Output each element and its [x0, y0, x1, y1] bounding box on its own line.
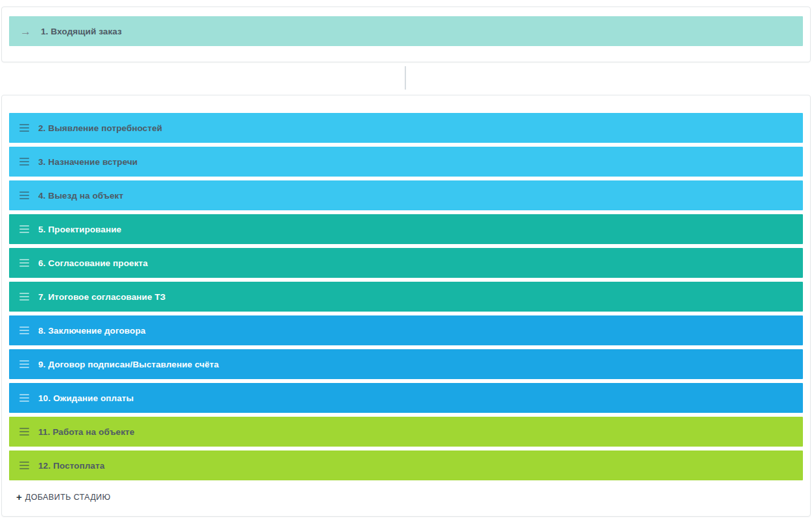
drag-handle-icon[interactable] [19, 293, 29, 301]
stage-row[interactable]: 8. Заключение договора [9, 315, 803, 345]
drag-handle-icon[interactable] [19, 225, 29, 233]
start-stage-card: → 1. Входящий заказ [1, 6, 811, 62]
stage-label: 2. Выявление потребностей [38, 123, 162, 133]
drag-handle-icon[interactable] [19, 360, 29, 368]
stage-row[interactable]: 11. Работа на объекте [9, 417, 803, 447]
stage-label: 7. Итоговое согласование ТЗ [38, 292, 165, 302]
card-connector [0, 62, 812, 95]
stage-label: 6. Согласование проекта [38, 258, 148, 268]
stage-label: 5. Проектирование [38, 225, 121, 234]
stage-row[interactable]: 9. Договор подписан/Выставление счёта [9, 349, 803, 379]
stage-row[interactable]: 7. Итоговое согласование ТЗ [9, 282, 803, 312]
add-stage-button[interactable]: + ДОБАВИТЬ СТАДИЮ [12, 491, 115, 503]
stage-label: 10. Ожидание оплаты [38, 393, 134, 403]
stage-row[interactable]: 3. Назначение встречи [9, 147, 803, 177]
drag-handle-icon[interactable] [19, 158, 29, 166]
add-stage-label: ДОБАВИТЬ СТАДИЮ [25, 493, 111, 502]
drag-handle-icon[interactable] [19, 327, 29, 334]
plus-icon: + [16, 491, 22, 502]
drag-handle-icon[interactable] [19, 124, 29, 132]
stage-label: 4. Выезд на объект [38, 191, 123, 201]
connector-line [405, 66, 406, 90]
stage-row[interactable]: 5. Проектирование [9, 214, 803, 244]
stage-row[interactable]: 10. Ожидание оплаты [9, 383, 803, 413]
drag-handle-icon[interactable] [19, 428, 29, 436]
stage-row[interactable]: 4. Выезд на объект [9, 180, 803, 210]
stage-label: 1. Входящий заказ [41, 27, 122, 36]
drag-handle-icon[interactable] [19, 259, 29, 267]
stage-label: 11. Работа на объекте [38, 427, 134, 437]
stage-list: 2. Выявление потребностей 3. Назначение … [9, 113, 803, 480]
arrow-right-icon: → [20, 26, 32, 37]
stage-label: 12. Постоплата [38, 461, 104, 471]
stages-card: 2. Выявление потребностей 3. Назначение … [1, 95, 811, 517]
stage-row[interactable]: 12. Постоплата [9, 450, 803, 480]
drag-handle-icon[interactable] [19, 394, 29, 402]
stage-label: 9. Договор подписан/Выставление счёта [38, 360, 219, 369]
stage-label: 3. Назначение встречи [38, 157, 137, 167]
stage-label: 8. Заключение договора [38, 326, 145, 336]
start-stage-row[interactable]: → 1. Входящий заказ [9, 16, 803, 46]
stage-row[interactable]: 6. Согласование проекта [9, 248, 803, 278]
drag-handle-icon[interactable] [19, 191, 29, 199]
stage-row[interactable]: 2. Выявление потребностей [9, 113, 803, 143]
drag-handle-icon[interactable] [19, 462, 29, 469]
